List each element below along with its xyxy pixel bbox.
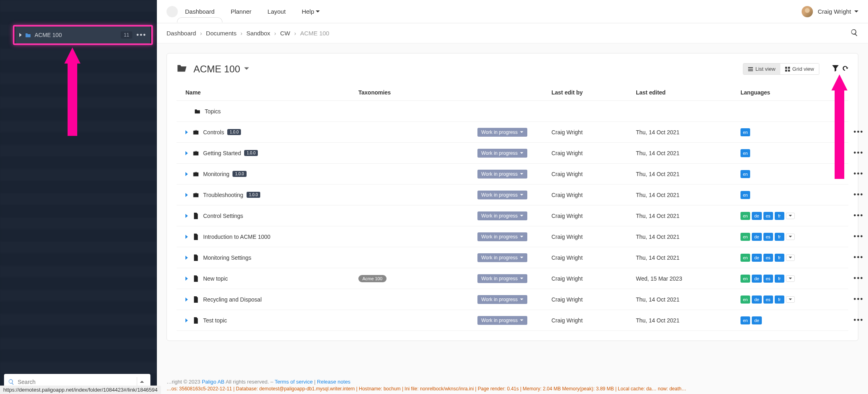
lang-badge-en[interactable]: en — [740, 254, 750, 262]
row-menu-button[interactable]: ••• — [854, 128, 864, 136]
status-pill[interactable]: Work in progress — [477, 232, 527, 241]
nav-dashboard[interactable]: Dashboard — [185, 1, 214, 22]
table-row[interactable]: Test topicWork in progressCraig WrightTh… — [177, 310, 848, 331]
nav-help[interactable]: Help — [302, 1, 320, 22]
col-languages[interactable]: Languages — [740, 89, 841, 96]
crumb-dashboard[interactable]: Dashboard — [167, 30, 196, 37]
lang-badge-fr[interactable]: fr — [775, 212, 784, 220]
taxonomy-pill[interactable]: Acme 100 — [358, 275, 387, 282]
crumb-cw[interactable]: CW — [280, 30, 290, 37]
lang-badge-es[interactable]: es — [763, 275, 773, 283]
lang-badge-es[interactable]: es — [763, 212, 773, 220]
lang-badge-fr[interactable]: fr — [775, 275, 784, 283]
title-dropdown[interactable] — [240, 66, 249, 72]
lang-more-button[interactable] — [786, 254, 795, 261]
lang-badge-es[interactable]: es — [763, 233, 773, 241]
lang-badge-en[interactable]: en — [740, 233, 750, 241]
paligo-link[interactable]: Paligo AB — [202, 379, 224, 385]
row-menu-button[interactable]: ••• — [854, 191, 864, 199]
status-pill[interactable]: Work in progress — [477, 253, 527, 262]
lang-badge-de[interactable]: de — [752, 316, 761, 324]
table-row[interactable]: Getting Started1.0.0Work in progressCrai… — [177, 143, 848, 164]
table-row[interactable]: Introduction to ACME 1000Work in progres… — [177, 226, 848, 247]
table-row[interactable]: Monitoring1.0.0Work in progressCraig Wri… — [177, 164, 848, 185]
status-pill[interactable]: Work in progress — [477, 191, 527, 199]
row-menu-button[interactable]: ••• — [854, 232, 864, 241]
grid-view-button[interactable]: Grid view — [780, 64, 819, 74]
status-pill[interactable]: Work in progress — [477, 149, 527, 158]
lang-badge-fr[interactable]: fr — [775, 296, 784, 304]
caret-right-icon[interactable] — [19, 33, 22, 37]
lang-more-button[interactable] — [786, 296, 795, 303]
row-menu-button[interactable]: ••• — [854, 316, 864, 324]
lang-badge-es[interactable]: es — [763, 296, 773, 304]
expand-caret-icon[interactable] — [185, 193, 188, 197]
expand-caret-icon[interactable] — [185, 256, 188, 260]
crumb-sandbox[interactable]: Sandbox — [247, 30, 270, 37]
lang-badge-en[interactable]: en — [740, 149, 750, 157]
lang-badge-de[interactable]: de — [752, 296, 761, 304]
lang-more-button[interactable] — [786, 234, 795, 240]
release-link[interactable]: Release notes — [317, 379, 350, 385]
status-pill[interactable]: Work in progress — [477, 295, 527, 304]
lang-badge-de[interactable]: de — [752, 212, 761, 220]
row-menu-button[interactable]: ••• — [854, 295, 864, 304]
lang-more-button[interactable] — [786, 275, 795, 282]
list-view-button[interactable]: List view — [743, 64, 780, 74]
table-row[interactable]: New topicAcme 100Work in progressCraig W… — [177, 268, 848, 289]
table-row[interactable]: Controls1.0.0Work in progressCraig Wrigh… — [177, 122, 848, 143]
col-last-edit-by[interactable]: Last edit by — [551, 89, 636, 96]
row-menu-button[interactable]: ••• — [854, 149, 864, 157]
table-row[interactable]: Control SettingsWork in progressCraig Wr… — [177, 205, 848, 226]
row-menu-button[interactable]: ••• — [854, 170, 864, 178]
expand-caret-icon[interactable] — [185, 151, 188, 155]
refresh-button[interactable] — [842, 65, 848, 73]
lang-badge-fr[interactable]: fr — [775, 233, 784, 241]
terms-link[interactable]: Terms of service — [275, 379, 313, 385]
lang-badge-es[interactable]: es — [763, 254, 773, 262]
table-row[interactable]: Monitoring SettingsWork in progressCraig… — [177, 247, 848, 268]
lang-badge-en[interactable]: en — [740, 275, 750, 283]
status-pill[interactable]: Work in progress — [477, 316, 527, 325]
lang-badge-de[interactable]: de — [752, 254, 761, 262]
lang-badge-en[interactable]: en — [740, 296, 750, 304]
table-row-topics[interactable]: Topics — [177, 101, 848, 122]
lang-badge-fr[interactable]: fr — [775, 254, 784, 262]
lang-badge-de[interactable]: de — [752, 275, 761, 283]
expand-caret-icon[interactable] — [185, 277, 188, 281]
expand-caret-icon[interactable] — [185, 235, 188, 239]
col-name[interactable]: Name — [185, 89, 358, 96]
expand-caret-icon[interactable] — [185, 172, 188, 176]
search-button[interactable] — [850, 29, 858, 38]
sidebar-item-menu[interactable]: ••• — [136, 31, 146, 39]
expand-caret-icon[interactable] — [185, 130, 188, 134]
row-menu-button[interactable]: ••• — [854, 253, 864, 262]
nav-planner[interactable]: Planner — [230, 1, 251, 22]
col-last-edited[interactable]: Last edited — [636, 89, 740, 96]
table-row[interactable]: Recycling and DisposalWork in progressCr… — [177, 289, 848, 310]
lang-badge-en[interactable]: en — [740, 212, 750, 220]
search-input[interactable] — [18, 379, 137, 385]
status-pill[interactable]: Work in progress — [477, 128, 527, 137]
expand-caret-icon[interactable] — [185, 318, 188, 322]
expand-caret-icon[interactable] — [185, 298, 188, 302]
status-pill[interactable]: Work in progress — [477, 170, 527, 179]
lang-more-button[interactable] — [786, 213, 795, 219]
sidebar-item-selected[interactable]: ACME 100 11 ••• — [15, 27, 150, 43]
lang-badge-en[interactable]: en — [740, 191, 750, 199]
row-menu-button[interactable]: ••• — [854, 211, 864, 220]
filter-button[interactable] — [832, 65, 839, 73]
table-row[interactable]: Troubleshooting1.0.0Work in progressCrai… — [177, 185, 848, 205]
col-taxonomies[interactable]: Taxonomies — [358, 89, 551, 96]
user-menu[interactable]: Craig Wright — [802, 6, 858, 17]
crumb-documents[interactable]: Documents — [206, 30, 237, 37]
expand-caret-icon[interactable] — [185, 214, 188, 218]
nav-layout[interactable]: Layout — [267, 1, 286, 22]
lang-badge-en[interactable]: en — [740, 128, 750, 136]
lang-badge-en[interactable]: en — [740, 170, 750, 178]
lang-badge-en[interactable]: en — [740, 316, 750, 324]
lang-badge-de[interactable]: de — [752, 233, 761, 241]
row-menu-button[interactable]: ••• — [854, 274, 864, 283]
status-pill[interactable]: Work in progress — [477, 211, 527, 220]
status-pill[interactable]: Work in progress — [477, 274, 527, 283]
